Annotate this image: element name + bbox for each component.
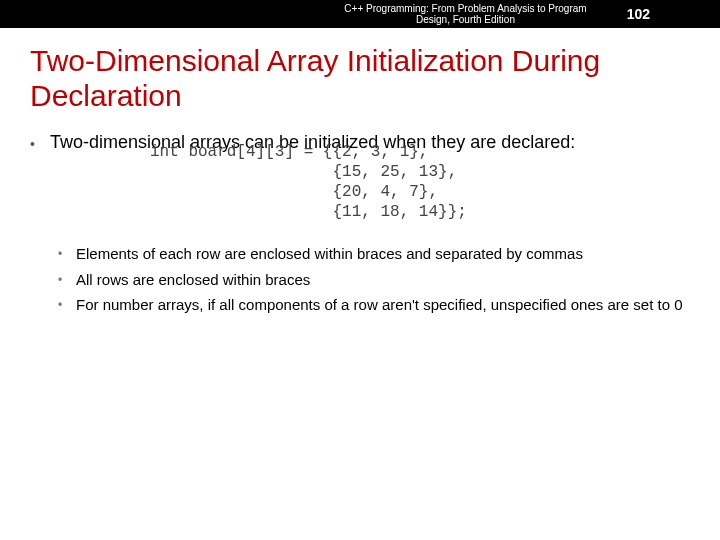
book-title: C++ Programming: From Problem Analysis t… [344, 3, 586, 26]
bullet-dot-icon: • [58, 270, 76, 290]
slide: C++ Programming: From Problem Analysis t… [0, 0, 720, 540]
slide-body: • Two-dimensional arrays can be initiali… [0, 123, 720, 315]
bullet-dot-icon: • [58, 295, 76, 315]
bullet-level2: • All rows are enclosed within braces [58, 270, 700, 290]
page-number: 102 [627, 6, 650, 22]
slide-header: C++ Programming: From Problem Analysis t… [0, 0, 720, 28]
code-text: int board[4][3] = {{2, 3, 1}, {15, 25, 1… [150, 142, 700, 222]
bullet-text: All rows are enclosed within braces [76, 270, 700, 290]
bullet-level2: • Elements of each row are enclosed with… [58, 244, 700, 264]
slide-title: Two-Dimensional Array Initialization Dur… [0, 28, 720, 123]
code-block: int board[4][3] = {{2, 3, 1}, {15, 25, 1… [30, 142, 700, 222]
bullet-dot-icon: • [30, 131, 50, 154]
sub-bullet-list: • Elements of each row are enclosed with… [30, 230, 700, 315]
bullet-text: For number arrays, if all components of … [76, 295, 700, 315]
bullet-level2: • For number arrays, if all components o… [58, 295, 700, 315]
bullet-dot-icon: • [58, 244, 76, 264]
bullet-text: Elements of each row are enclosed within… [76, 244, 700, 264]
